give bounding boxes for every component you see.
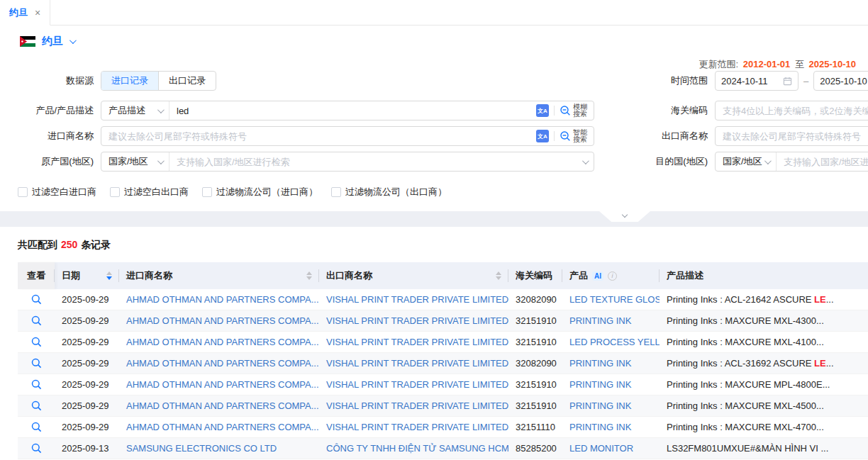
view-magnifier-icon: [31, 400, 42, 411]
cell-description: Printing Inks : MAXCURE MXL-4300...: [660, 315, 868, 326]
exporter-link[interactable]: VISHAL PRINT TRADER PRIVATE LIMITED: [326, 315, 508, 326]
checkbox-label: 过滤物流公司（进口商）: [216, 186, 318, 198]
product-link[interactable]: PRINTING INK: [569, 422, 631, 432]
destination-select-group: 国家/地区: [715, 152, 868, 172]
cell-date: 2025-09-29: [55, 400, 119, 411]
exporter-link[interactable]: VISHAL PRINT TRADER PRIVATE LIMITED: [326, 358, 508, 369]
hs-code-input[interactable]: [715, 101, 868, 120]
view-row-button[interactable]: [31, 443, 42, 454]
smart-search-button[interactable]: 智能搜索: [560, 129, 587, 144]
checkbox-icon[interactable]: [331, 187, 341, 197]
view-row-button[interactable]: [31, 379, 42, 390]
destination-country-input[interactable]: [777, 152, 868, 171]
date-end-input[interactable]: 2025-10-10: [813, 71, 868, 91]
importer-link[interactable]: AHMAD OTHMAN AND PARTNERS COMPA...: [126, 422, 319, 432]
summary-prefix: 共匹配到: [18, 239, 57, 250]
product-link[interactable]: PRINTING INK: [569, 400, 631, 411]
date-end-value: 2025-10-10: [820, 76, 867, 86]
country-selector[interactable]: 约旦: [42, 35, 63, 48]
cell-date: 2025-09-13: [55, 443, 119, 454]
view-row-button[interactable]: [31, 358, 42, 369]
info-icon[interactable]: i: [608, 271, 617, 281]
cell-description: Printing Inks : ACL-31692 ASCURE LE...: [660, 358, 868, 369]
view-row-button[interactable]: [31, 337, 42, 347]
cell-description: Printing Inks : MAXCURE MXL-4700...: [660, 422, 868, 432]
column-header-label: 查看: [27, 269, 45, 282]
column-header-2[interactable]: 进口商名称: [119, 262, 319, 289]
checkbox-icon[interactable]: [202, 187, 212, 197]
checkbox-label: 过滤物流公司（出口商）: [345, 186, 447, 198]
sort-icon[interactable]: [490, 271, 501, 280]
importer-link[interactable]: AHMAD OTHMAN AND PARTNERS COMPA...: [126, 294, 319, 305]
filter-checkbox-0[interactable]: 过滤空白进口商: [18, 186, 96, 198]
origin-type-select[interactable]: 国家/地区: [101, 152, 169, 171]
checkbox-icon[interactable]: [18, 187, 28, 197]
exporter-link[interactable]: VISHAL PRINT TRADER PRIVATE LIMITED: [326, 379, 508, 390]
date-start-input[interactable]: 2024-10-11: [715, 71, 799, 91]
fuzzy-search-button[interactable]: 模糊搜索: [560, 103, 587, 118]
table-row: 2025-09-29AHMAD OTHMAN AND PARTNERS COMP…: [18, 353, 868, 374]
column-header-3[interactable]: 出口商名称: [319, 262, 508, 289]
exporter-link[interactable]: VISHAL PRINT TRADER PRIVATE LIMITED: [326, 422, 508, 432]
tab-import-records[interactable]: 进口记录: [101, 72, 158, 90]
exporter-link[interactable]: CÔNG TY TNHH ĐIỆN TỬ SAMSUNG HCMC...: [326, 443, 508, 454]
column-header-1[interactable]: 日期: [55, 262, 119, 289]
chevron-down-icon[interactable]: [69, 37, 77, 44]
collapse-panel-button[interactable]: [599, 211, 650, 222]
exporter-name-input[interactable]: [715, 126, 868, 146]
exporter-link[interactable]: VISHAL PRINT TRADER PRIVATE LIMITED: [326, 337, 508, 347]
importer-name-input[interactable]: [101, 127, 533, 145]
view-magnifier-icon: [31, 315, 42, 326]
update-range: 更新范围: 2012-01-01 至 2025-10-10: [699, 58, 859, 71]
filter-checkbox-3[interactable]: 过滤物流公司（出口商）: [331, 186, 447, 198]
importer-link[interactable]: AHMAD OTHMAN AND PARTNERS COMPA...: [126, 400, 319, 411]
product-link[interactable]: PRINTING INK: [569, 379, 631, 390]
filter-checkbox-1[interactable]: 过滤空白出口商: [110, 186, 189, 198]
cell-date: 2025-09-29: [55, 422, 119, 432]
importer-link[interactable]: SAMSUNG ELECTRONICS CO LTD: [126, 443, 277, 454]
sort-icon[interactable]: [101, 271, 112, 280]
close-icon[interactable]: ×: [35, 8, 40, 18]
product-link[interactable]: PRINTING INK: [569, 315, 631, 326]
sort-icon[interactable]: [301, 271, 312, 280]
cell-description: Printing Inks : MAXCURE MXL-4100...: [660, 337, 868, 347]
divider: [554, 106, 555, 116]
view-magnifier-icon: [31, 422, 42, 432]
destination-type-select[interactable]: 国家/地区: [716, 152, 777, 171]
chevron-down-icon[interactable]: [582, 157, 589, 164]
importer-link[interactable]: AHMAD OTHMAN AND PARTNERS COMPA...: [126, 379, 319, 390]
importer-link[interactable]: AHMAD OTHMAN AND PARTNERS COMPA...: [126, 337, 319, 347]
checkbox-label: 过滤空白出口商: [124, 186, 189, 198]
view-magnifier-icon: [31, 294, 42, 305]
tab-jordan[interactable]: 约旦 ×: [0, 0, 50, 26]
column-header-4: 海关编码: [508, 262, 562, 289]
importer-link[interactable]: AHMAD OTHMAN AND PARTNERS COMPA...: [126, 358, 319, 369]
exporter-link[interactable]: VISHAL PRINT TRADER PRIVATE LIMITED: [326, 400, 508, 411]
column-header-label: 进口商名称: [126, 269, 172, 282]
product-link[interactable]: LED PROCESS YELLOW...: [569, 337, 660, 347]
origin-country-input[interactable]: [169, 152, 582, 171]
product-link[interactable]: LED MONITOR: [569, 443, 633, 454]
product-link[interactable]: PRINTING INK: [569, 358, 631, 369]
exporter-link[interactable]: VISHAL PRINT TRADER PRIVATE LIMITED: [326, 294, 508, 305]
exporter-label: 出口商名称: [616, 130, 708, 142]
view-row-button[interactable]: [31, 400, 42, 411]
view-row-button[interactable]: [31, 315, 42, 326]
datasource-label: 数据源: [0, 74, 94, 87]
view-row-button[interactable]: [31, 422, 42, 432]
filter-checkbox-2[interactable]: 过滤物流公司（进口商）: [202, 186, 318, 198]
hs-code-label: 海关编码: [616, 104, 708, 117]
time-range-label: 时间范围: [616, 74, 708, 87]
chevron-down-icon: [157, 106, 165, 113]
translate-icon[interactable]: 文A: [536, 130, 549, 142]
tab-export-records[interactable]: 出口记录: [158, 72, 216, 90]
checkbox-icon[interactable]: [110, 187, 120, 197]
zoom-search-icon: [560, 105, 571, 116]
product-link[interactable]: LED TEXTURE GLOSS ...: [569, 294, 660, 305]
translate-icon[interactable]: 文A: [536, 104, 549, 117]
importer-link[interactable]: AHMAD OTHMAN AND PARTNERS COMPA...: [126, 315, 319, 326]
view-row-button[interactable]: [31, 294, 42, 305]
product-field-select[interactable]: 产品描述: [101, 101, 169, 120]
product-search-input[interactable]: [169, 101, 533, 120]
jordan-flag-icon: [20, 36, 35, 47]
